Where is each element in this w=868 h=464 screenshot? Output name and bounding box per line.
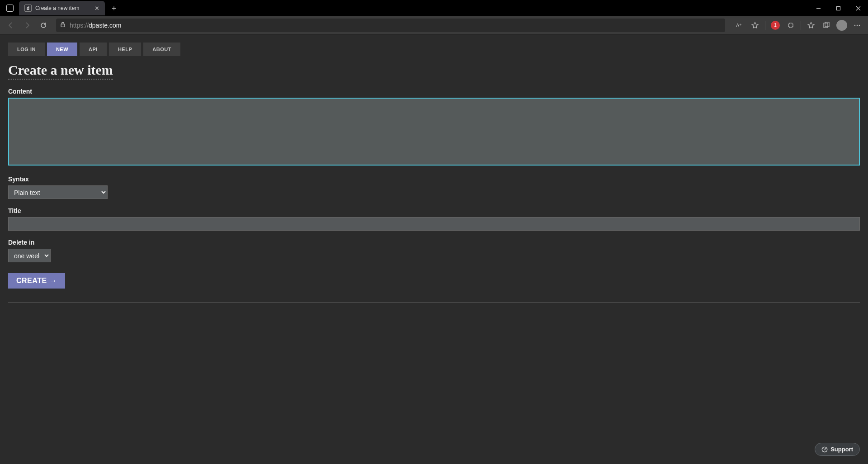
svg-point-9 [857,24,858,26]
address-bar[interactable]: https://dpaste.com [56,19,725,32]
extension-badge[interactable]: 1 [768,18,783,33]
profile-avatar[interactable] [835,18,849,33]
tab-title: Create a new item [35,5,79,11]
collections-icon[interactable] [819,18,834,33]
window-close-button[interactable] [848,0,868,16]
page-content: Log in New API Help About Create a new i… [0,34,868,464]
horizontal-rule [8,302,860,303]
label-title: Title [8,207,860,214]
nav-refresh-button[interactable] [36,18,51,33]
url-scheme: https:// [70,22,89,29]
tab-actions-icon[interactable] [6,5,14,12]
window-maximize-button[interactable] [828,0,848,16]
window-minimize-button[interactable] [808,0,828,16]
url-host: dpaste.com [89,22,121,29]
site-nav: Log in New API Help About [8,43,860,56]
extension-badge-count: 1 [771,21,780,30]
svg-point-8 [854,24,856,26]
browser-titlebar: d Create a new item ✕ ＋ [0,0,868,16]
read-aloud-icon[interactable]: A⁺ [732,18,747,33]
syntax-select[interactable]: Plain text [8,185,108,199]
help-circle-icon [821,446,828,453]
window-controls [808,0,868,16]
nav-about[interactable]: About [143,43,180,56]
svg-rect-4 [61,24,65,27]
page-title: Create a new item [8,62,113,80]
nav-api[interactable]: API [80,43,107,56]
svg-text:A⁺: A⁺ [736,23,742,28]
lock-icon [60,21,66,29]
arrow-right-icon: → [50,277,57,285]
toolbar-divider [765,21,765,30]
favorites-icon[interactable] [804,18,818,33]
svg-point-10 [859,24,860,26]
label-syntax: Syntax [8,175,860,183]
nav-back-button[interactable] [4,18,18,33]
avatar-icon [836,20,847,31]
nav-new[interactable]: New [47,43,77,56]
favorites-add-icon[interactable] [748,18,762,33]
browser-toolbar: https://dpaste.com A⁺ 1 [0,16,868,34]
support-button[interactable]: Support [815,443,860,456]
toolbar-divider [801,21,801,30]
label-content: Content [8,88,860,95]
title-input[interactable] [8,217,860,231]
nav-help[interactable]: Help [109,43,141,56]
toolbar-right-icons: A⁺ 1 [732,18,864,33]
url-text: https://dpaste.com [70,22,121,29]
tab-favicon: d [24,5,32,12]
browser-tab[interactable]: d Create a new item ✕ [19,1,105,15]
extensions-icon[interactable] [783,18,798,33]
content-textarea[interactable] [8,98,860,166]
create-button[interactable]: CREATE → [8,273,65,289]
more-menu-icon[interactable] [850,18,864,33]
tab-close-icon[interactable]: ✕ [94,5,99,12]
svg-point-12 [824,450,825,451]
create-button-label: CREATE [16,277,47,285]
delete-in-select[interactable]: one week [8,249,51,262]
svg-rect-1 [836,6,840,10]
new-tab-button[interactable]: ＋ [108,2,120,14]
support-label: Support [830,446,853,453]
nav-forward-button[interactable] [20,18,34,33]
nav-login[interactable]: Log in [8,43,45,56]
label-delete-in: Delete in [8,239,860,246]
